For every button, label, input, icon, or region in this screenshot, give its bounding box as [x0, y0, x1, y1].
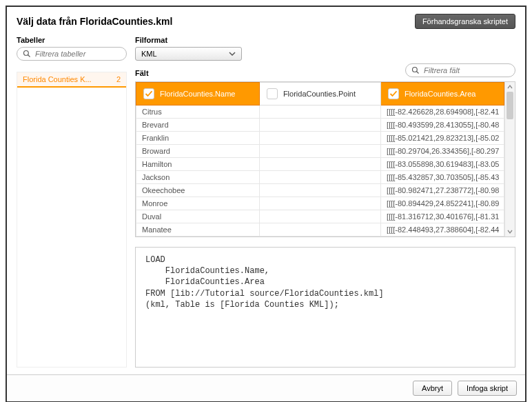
- tables-list: Florida Counties K... 2: [17, 72, 127, 368]
- scroll-up-icon[interactable]: [505, 82, 515, 92]
- cell-point: [259, 210, 380, 223]
- filter-fields-input[interactable]: [405, 63, 515, 77]
- cell-area: [[[[-80.894429,24.852241],[-80.89: [381, 197, 504, 210]
- cell-point: [259, 145, 380, 158]
- dialog-footer: Avbryt Infoga skript: [7, 374, 525, 401]
- tables-label: Tabeller: [17, 36, 127, 44]
- cancel-button[interactable]: Avbryt: [413, 381, 452, 396]
- cell-point: [259, 105, 380, 119]
- cell-point: [259, 171, 380, 184]
- cell-name: Monroe: [136, 197, 260, 210]
- cell-point: [259, 223, 380, 237]
- fields-label: Fält: [135, 69, 149, 77]
- table-row[interactable]: Citrus[[[[-82.426628,28.694908],[-82.41: [136, 105, 504, 119]
- table-row[interactable]: Monroe[[[[-80.894429,24.852241],[-80.89: [136, 197, 504, 210]
- cell-area: [[[[-81.316712,30.401676],[-81.31: [381, 210, 504, 223]
- svg-line-3: [417, 72, 419, 74]
- cell-area: [[[[-85.021421,29.823213],[-85.02: [381, 132, 504, 145]
- scroll-down-icon[interactable]: [505, 227, 515, 237]
- scroll-thumb[interactable]: [507, 92, 513, 119]
- column-header-name[interactable]: FloridaCounties.Name: [136, 83, 259, 105]
- column-checkbox[interactable]: [267, 88, 278, 99]
- table-row[interactable]: Duval[[[[-81.316712,30.401676],[-81.31: [136, 210, 504, 223]
- fileformat-label: Filformat: [135, 36, 242, 44]
- svg-line-1: [28, 55, 30, 57]
- fileformat-select[interactable]: KML: [135, 47, 242, 61]
- cell-area: [[[[-83.055898,30.619483],[-83.05: [381, 158, 504, 171]
- vertical-scrollbar[interactable]: [504, 82, 515, 237]
- column-checkbox[interactable]: [388, 88, 399, 99]
- column-label: FloridaCounties.Area: [405, 90, 475, 98]
- cell-name: Hamilton: [136, 158, 260, 171]
- table-row[interactable]: Brevard[[[[-80.493599,28.413055],[-80.48: [136, 119, 504, 132]
- filter-tables-input[interactable]: [17, 47, 127, 61]
- svg-point-2: [413, 68, 418, 72]
- page-title: Välj data från FloridaCounties.kml: [17, 16, 172, 27]
- column-label: FloridaCounties.Name: [160, 90, 235, 98]
- table-row[interactable]: Hamilton[[[[-83.055898,30.619483],[-83.0…: [136, 158, 504, 171]
- cell-area: [[[[-82.426628,28.694908],[-82.41: [381, 105, 504, 119]
- cell-name: Jackson: [136, 171, 260, 184]
- fields-grid: FloridaCounties.Name FloridaCounties.Poi…: [135, 81, 515, 237]
- table-row[interactable]: Manatee[[[[-82.448493,27.388604],[-82.44: [136, 223, 504, 237]
- table-item-count: 2: [116, 75, 121, 83]
- preview-script-button[interactable]: Förhandsgranska skriptet: [415, 14, 515, 29]
- search-icon: [23, 50, 31, 58]
- column-checkbox[interactable]: [143, 88, 154, 99]
- table-item-name: Florida Counties K...: [23, 75, 92, 83]
- cell-area: [[[[-80.982471,27.238772],[-80.98: [381, 184, 504, 197]
- chevron-down-icon: [229, 50, 236, 57]
- table-row[interactable]: Okeechobee[[[[-80.982471,27.238772],[-80…: [136, 184, 504, 197]
- cell-name: Duval: [136, 210, 260, 223]
- cell-point: [259, 184, 380, 197]
- cell-area: [[[[-82.448493,27.388604],[-82.44: [381, 223, 504, 237]
- column-header-area[interactable]: FloridaCounties.Area: [381, 83, 504, 105]
- cell-point: [259, 197, 380, 210]
- cell-area: [[[[-80.29704,26.334356],[-80.297: [381, 145, 504, 158]
- filter-fields-field[interactable]: [422, 66, 509, 75]
- column-label: FloridaCounties.Point: [283, 90, 356, 98]
- cell-name: Franklin: [136, 132, 260, 145]
- cell-name: Citrus: [136, 105, 260, 119]
- cell-name: Manatee: [136, 223, 260, 237]
- table-row[interactable]: Franklin[[[[-85.021421,29.823213],[-85.0…: [136, 132, 504, 145]
- cell-point: [259, 132, 380, 145]
- cell-name: Broward: [136, 145, 260, 158]
- cell-area: [[[[-80.493599,28.413055],[-80.48: [381, 119, 504, 132]
- table-row[interactable]: Broward[[[[-80.29704,26.334356],[-80.297: [136, 145, 504, 158]
- search-icon: [411, 66, 420, 74]
- cell-point: [259, 119, 380, 132]
- filter-tables-field[interactable]: [34, 49, 121, 59]
- insert-script-button[interactable]: Infoga skript: [458, 381, 517, 396]
- svg-point-0: [24, 51, 29, 56]
- table-row[interactable]: Jackson[[[[-85.432857,30.703505],[-85.43: [136, 171, 504, 184]
- column-header-point[interactable]: FloridaCounties.Point: [260, 83, 380, 105]
- cell-point: [259, 158, 380, 171]
- cell-name: Brevard: [136, 119, 260, 132]
- cell-name: Okeechobee: [136, 184, 260, 197]
- cell-area: [[[[-85.432857,30.703505],[-85.43: [381, 171, 504, 184]
- script-preview: LOAD FloridaCounties.Name, FloridaCounti…: [135, 247, 515, 368]
- table-item[interactable]: Florida Counties K... 2: [17, 72, 126, 88]
- fileformat-value: KML: [141, 50, 157, 58]
